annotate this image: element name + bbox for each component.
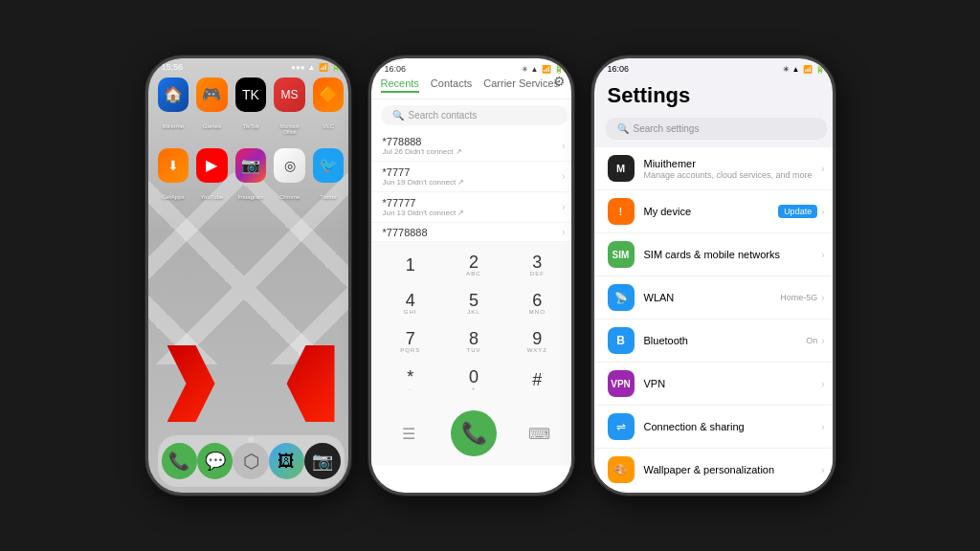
sim-title: SIM cards & mobile networks xyxy=(644,249,822,260)
mydevice-icon: ! xyxy=(608,198,635,225)
vpn-icon: VPN xyxy=(608,370,635,397)
miuithemer-sub: Manage accounts, cloud services, and mor… xyxy=(644,170,822,180)
dock-mercedes[interactable]: ⬡ xyxy=(233,443,268,479)
tab-contacts[interactable]: Contacts xyxy=(431,76,472,93)
vpn-right: › xyxy=(821,379,824,389)
wlan-icon: 📡 xyxy=(608,284,635,311)
app-row-2: ⬇ ▶ 📷 ◎ 🐦 xyxy=(158,148,345,183)
update-badge[interactable]: Update xyxy=(778,205,817,218)
dialer-search[interactable]: 🔍 Search contacts xyxy=(381,105,568,125)
label-games: Games xyxy=(196,123,228,135)
search-icon: 🔍 xyxy=(617,123,629,134)
label-office: Microsoft Office xyxy=(274,123,305,135)
bluetooth-title: Bluetooth xyxy=(644,335,807,346)
app-games[interactable]: 🎮 xyxy=(196,77,228,112)
dock-gallery[interactable]: 🖼 xyxy=(269,443,304,479)
dock-messages[interactable]: 💬 xyxy=(197,443,233,479)
recent-number-3: *77777 xyxy=(383,197,465,209)
app-vlc[interactable]: 🔶 xyxy=(313,77,345,112)
phone-homescreen: 15:56 ●●●▲📶🔋 🏠 🎮 TK xyxy=(145,55,351,496)
phone-settings: 16:06 ✳▲📶🔋 Settings 🔍 Search settings M … xyxy=(591,55,835,496)
label-vlc: VLC xyxy=(313,123,345,135)
key-8[interactable]: 8TUV xyxy=(449,324,499,359)
miuithemer-icon: M xyxy=(608,155,635,182)
chevron-icon-3: › xyxy=(821,250,824,260)
mydevice-text: My device xyxy=(644,206,779,217)
chevron-icon-2: › xyxy=(821,207,824,217)
connection-sharing-title: Connection & sharing xyxy=(644,421,822,432)
recent-detail-1: Jul 26 Didn't connect ↗ xyxy=(383,147,462,156)
app-grid: 🏠 🎮 TK MS 🔶 MiHome xyxy=(148,77,351,200)
dock-camera[interactable]: 📷 xyxy=(304,443,340,479)
settings-search[interactable]: 🔍 Search settings xyxy=(606,118,827,140)
settings-item-sim[interactable]: SIM SIM cards & mobile networks › xyxy=(594,233,835,276)
key-2[interactable]: 2ABC xyxy=(449,248,499,282)
app-chrome[interactable]: ◎ xyxy=(274,148,305,183)
dock-phone[interactable]: 📞 xyxy=(162,443,197,479)
key-1[interactable]: 1 xyxy=(386,248,435,282)
search-placeholder: Search contacts xyxy=(409,110,478,121)
wlan-network: Home-5G xyxy=(780,293,817,302)
settings-item-vpn[interactable]: VPN VPN › xyxy=(594,363,835,406)
keypad: 1 2ABC 3DEF 4GHI 5JKL 6MNO 7PQRS 8TUV 9W… xyxy=(371,242,574,405)
label-twitter: Twitter xyxy=(313,194,345,200)
mydevice-title: My device xyxy=(644,206,779,217)
miuithemer-right: › xyxy=(821,164,824,174)
dialpad-menu-icon[interactable]: ☰ xyxy=(390,415,427,452)
status-time: 15:56 xyxy=(162,62,184,72)
settings-item-bluetooth[interactable]: B Bluetooth On › xyxy=(594,320,835,363)
app-mihome[interactable]: 🏠 xyxy=(158,77,189,112)
connection-sharing-text: Connection & sharing xyxy=(644,421,822,432)
key-0[interactable]: 0+ xyxy=(449,363,499,397)
recent-item-2[interactable]: *7777 Jun 19 Didn't connect ↗ › xyxy=(371,162,574,192)
label-youtube: YouTube xyxy=(196,194,228,200)
wallpaper-text: Wallpaper & personalization xyxy=(644,464,822,475)
key-9[interactable]: 9WXYZ xyxy=(512,324,562,359)
app-tiktok[interactable]: TK xyxy=(235,77,267,112)
label-instagram: Instagram xyxy=(235,194,267,200)
phone-dialer: 16:06 ✳▲📶🔋 ⚙ Recents Contacts Carrier Se… xyxy=(368,55,574,496)
settings-item-wallpaper[interactable]: 🎨 Wallpaper & personalization › xyxy=(594,449,835,492)
bluetooth-right: On › xyxy=(806,336,824,346)
dialer-actions: ☰ 📞 ⌨ xyxy=(371,405,574,466)
keypad-row-3: 7PQRS 8TUV 9WXYZ xyxy=(379,324,569,359)
key-hash[interactable]: # xyxy=(512,363,562,397)
dialer-status-time: 16:06 xyxy=(385,64,407,74)
status-icons: ●●●▲📶🔋 xyxy=(291,63,340,72)
app-office[interactable]: MS xyxy=(274,77,305,112)
settings-item-miuithemer[interactable]: M Miuithemer Manage accounts, cloud serv… xyxy=(594,147,835,190)
settings-item-connection-sharing[interactable]: ⇌ Connection & sharing › xyxy=(594,406,835,449)
recent-detail-3: Jun 13 Didn't connect ↗ xyxy=(383,209,465,217)
call-button[interactable]: 📞 xyxy=(451,410,497,456)
app-youtube[interactable]: ▶ xyxy=(196,148,228,183)
recent-item-4[interactable]: *7778888 › xyxy=(371,223,574,242)
key-5[interactable]: 5JKL xyxy=(449,286,499,320)
tab-carrier-services[interactable]: Carrier Services xyxy=(483,76,559,93)
miuithemer-text: Miuithemer Manage accounts, cloud servic… xyxy=(644,158,822,180)
dialpad-icon[interactable]: ⌨ xyxy=(521,415,557,452)
app-instagram[interactable]: 📷 xyxy=(235,148,267,183)
recent-item-3[interactable]: *77777 Jun 13 Didn't connect ↗ › xyxy=(371,192,574,223)
key-7[interactable]: 7PQRS xyxy=(386,324,435,359)
tab-recents[interactable]: Recents xyxy=(381,76,419,93)
key-4[interactable]: 4GHI xyxy=(386,286,435,320)
key-3[interactable]: 3DEF xyxy=(512,248,562,282)
wallpaper-title: Wallpaper & personalization xyxy=(644,464,822,475)
app-getapps[interactable]: ⬇ xyxy=(158,148,189,183)
chevron-right-icon-2: › xyxy=(562,171,565,182)
key-star[interactable]: *. xyxy=(386,363,435,397)
chevron-right-icon: › xyxy=(562,141,565,151)
wlan-text: WLAN xyxy=(644,292,781,303)
gear-button[interactable]: ⚙ xyxy=(553,74,566,89)
settings-item-lock-screen[interactable]: 🔐 Always-on display & Lock screen › xyxy=(594,492,835,496)
settings-status-time: 16:06 xyxy=(608,64,630,74)
settings-item-wlan[interactable]: 📡 WLAN Home-5G › xyxy=(594,276,835,320)
chevron-icon-7: › xyxy=(821,422,824,432)
settings-item-mydevice[interactable]: ! My device Update › xyxy=(594,190,835,233)
settings-search-placeholder: Search settings xyxy=(634,123,700,134)
recent-item-1[interactable]: *778888 Jul 26 Didn't connect ↗ › xyxy=(371,131,574,162)
key-6[interactable]: 6MNO xyxy=(512,286,562,320)
app-twitter[interactable]: 🐦 xyxy=(313,148,345,183)
chevron-icon-4: › xyxy=(821,293,824,303)
bluetooth-text: Bluetooth xyxy=(644,335,807,346)
